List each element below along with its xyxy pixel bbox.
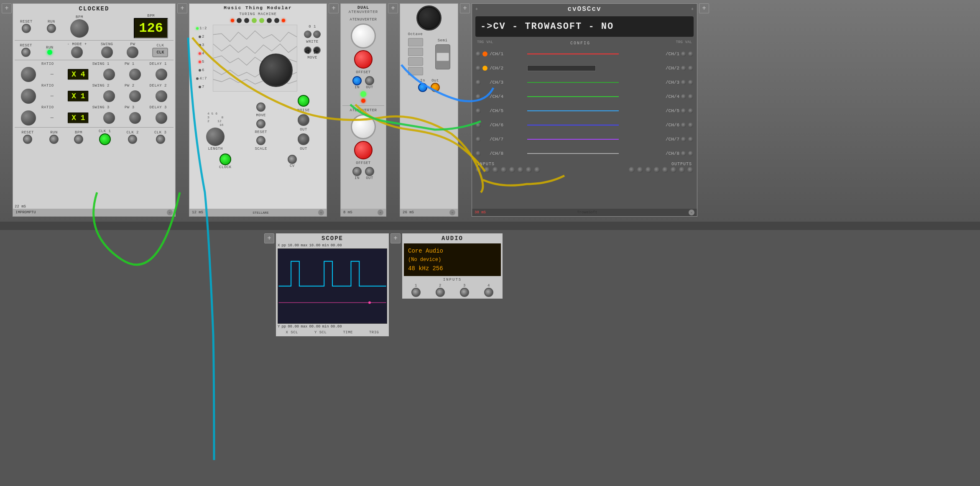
add-module-5[interactable]: + bbox=[460, 3, 470, 13]
pw2-knob[interactable] bbox=[129, 90, 141, 102]
cvosc-ch-val-out-1[interactable] bbox=[688, 51, 694, 57]
pw3-knob[interactable] bbox=[129, 112, 141, 124]
cvosc-ch-val-out-3[interactable] bbox=[688, 79, 694, 85]
octave-out-port[interactable] bbox=[431, 83, 440, 92]
octave-btn-3[interactable] bbox=[408, 57, 423, 66]
delay2-knob[interactable] bbox=[156, 90, 167, 102]
cvosc-ch-val-out-8[interactable] bbox=[688, 151, 694, 156]
pw-knob[interactable] bbox=[127, 46, 138, 58]
mode-knob[interactable] bbox=[71, 46, 83, 58]
cvosc-ch-trg-8[interactable] bbox=[475, 151, 481, 156]
add-module-right[interactable]: + bbox=[699, 3, 709, 13]
swing3-knob[interactable] bbox=[103, 112, 115, 124]
ratio3-knob[interactable] bbox=[21, 110, 36, 125]
cvosc-in-7[interactable] bbox=[526, 166, 532, 173]
clk2-port[interactable] bbox=[128, 135, 137, 144]
turing-move-port[interactable] bbox=[256, 102, 265, 112]
delay1-knob[interactable] bbox=[156, 69, 167, 80]
reset2-port[interactable] bbox=[21, 48, 31, 57]
delay3-knob[interactable] bbox=[156, 112, 167, 124]
turing-nav-left[interactable]: ◁ bbox=[304, 46, 311, 54]
bpm-knob[interactable] bbox=[70, 19, 89, 38]
cvosc-out-3[interactable] bbox=[645, 166, 652, 173]
cvosc-in-5[interactable] bbox=[509, 166, 516, 173]
cvosc-out-6[interactable] bbox=[670, 166, 677, 173]
semi-slider-handle[interactable] bbox=[436, 53, 449, 61]
atenuverter-knob1[interactable] bbox=[351, 23, 376, 49]
octave-btn-2[interactable] bbox=[408, 48, 423, 56]
atenuverter-offset-knob2[interactable] bbox=[354, 141, 373, 159]
cvosc-ch-trg-7[interactable] bbox=[475, 136, 481, 142]
cvosc-out-5[interactable] bbox=[662, 166, 669, 173]
cvosc-ch-val-out-6[interactable] bbox=[688, 122, 694, 128]
clk1-port[interactable] bbox=[99, 133, 111, 145]
cvosc-ch-trg-out-4[interactable] bbox=[681, 94, 687, 100]
add-module-3[interactable]: + bbox=[329, 3, 339, 13]
cvosc-ch-trg-3[interactable] bbox=[475, 79, 481, 85]
audio-in1-port[interactable] bbox=[411, 288, 421, 297]
cvosc-in-4[interactable] bbox=[500, 166, 507, 173]
ratio1-knob[interactable] bbox=[21, 67, 36, 82]
octave-in-port[interactable] bbox=[418, 83, 427, 92]
cvosc-in-8[interactable] bbox=[534, 166, 541, 173]
cvosc-ch-val-out-4[interactable] bbox=[688, 94, 694, 100]
cvosc-out-2[interactable] bbox=[637, 166, 643, 173]
atenuverter-offset-knob1[interactable] bbox=[354, 50, 373, 69]
turing-knob-1[interactable] bbox=[313, 31, 321, 38]
swing-knob[interactable] bbox=[101, 46, 113, 58]
cvosc-ch-trg-1[interactable] bbox=[475, 51, 481, 57]
turing-cv-port[interactable] bbox=[288, 155, 297, 164]
atenuverter-in-port2[interactable] bbox=[352, 167, 362, 176]
length-knob[interactable] bbox=[206, 128, 225, 146]
pw1-knob[interactable] bbox=[129, 69, 141, 80]
swing2-knob[interactable] bbox=[103, 90, 115, 102]
turing-main-knob[interactable] bbox=[259, 54, 293, 87]
octave-close[interactable]: × bbox=[449, 210, 455, 215]
cvosc-out-1[interactable] bbox=[628, 166, 635, 173]
octave-btn-1[interactable] bbox=[408, 38, 423, 46]
turing-close[interactable]: × bbox=[318, 210, 324, 215]
add-module-4[interactable]: + bbox=[388, 3, 398, 13]
run-port[interactable] bbox=[47, 24, 56, 33]
cvosc-out-7[interactable] bbox=[679, 166, 685, 173]
reset3-port[interactable] bbox=[23, 135, 32, 144]
run3-port[interactable] bbox=[49, 135, 59, 144]
cvosc-ch-val-out-2[interactable] bbox=[688, 65, 694, 71]
cvosc-ch-trg-out-3[interactable] bbox=[681, 79, 687, 85]
bottom-add-mid[interactable]: + bbox=[390, 230, 401, 243]
audio-in4-port[interactable] bbox=[484, 288, 493, 297]
cvosc-ch-trg-2[interactable] bbox=[475, 65, 481, 71]
ratio2-knob[interactable] bbox=[21, 89, 36, 104]
clk3-port[interactable] bbox=[156, 135, 165, 144]
cvosc-ch-trg-out-5[interactable] bbox=[681, 108, 687, 114]
clk-button[interactable]: CLK bbox=[152, 48, 168, 57]
cvosc-ch-trg-out-8[interactable] bbox=[681, 151, 687, 156]
cvosc-in-3[interactable] bbox=[492, 166, 499, 173]
audio-in2-port[interactable] bbox=[436, 288, 445, 297]
atenuverter-in-port1[interactable] bbox=[352, 76, 362, 85]
turing-reset-port[interactable] bbox=[256, 119, 265, 128]
cvosc-ch-val-out-5[interactable] bbox=[688, 108, 694, 114]
turing-out-port2[interactable] bbox=[298, 133, 309, 145]
add-module-2[interactable]: + bbox=[177, 3, 187, 13]
cvosc-ch-trg-out-2[interactable] bbox=[681, 65, 687, 71]
cvosc-ch-trg-6[interactable] bbox=[475, 122, 481, 128]
atenuverter-close[interactable]: × bbox=[378, 210, 383, 215]
cvosc-add-left[interactable]: + bbox=[475, 7, 478, 12]
cvosc-ch-trg-5[interactable] bbox=[475, 108, 481, 114]
cvosc-ch-trg-out-7[interactable] bbox=[681, 136, 687, 142]
clocked-close[interactable]: × bbox=[167, 210, 173, 215]
cvosc-ch-val-out-7[interactable] bbox=[688, 136, 694, 142]
cvosc-ch-trg-out-1[interactable] bbox=[681, 51, 687, 57]
cvosc-in-6[interactable] bbox=[517, 166, 524, 173]
bpm3-port[interactable] bbox=[74, 135, 83, 144]
turing-noise-port[interactable] bbox=[298, 95, 309, 107]
cvosc-close[interactable]: × bbox=[689, 210, 694, 215]
cvosc-ch-trg-4[interactable] bbox=[475, 94, 481, 100]
cvosc-in-1[interactable] bbox=[475, 166, 482, 173]
swing1-knob[interactable] bbox=[103, 69, 115, 80]
add-module-left[interactable]: + bbox=[2, 3, 12, 13]
turing-knob-0[interactable] bbox=[304, 31, 311, 38]
atenuverter-out-port1[interactable] bbox=[365, 76, 374, 85]
turing-out-port1[interactable] bbox=[298, 114, 309, 126]
